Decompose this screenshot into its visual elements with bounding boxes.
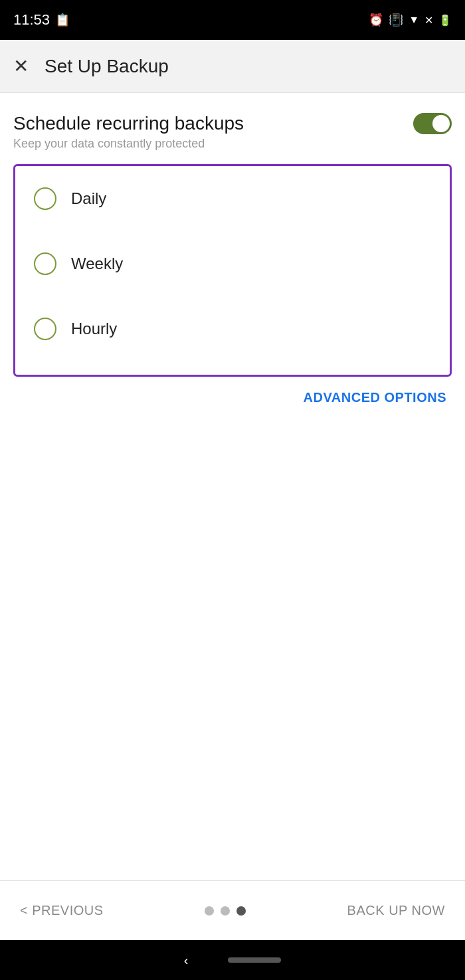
back-button[interactable]: ‹ xyxy=(184,953,189,968)
status-time-area: 11:53 📋 xyxy=(13,11,70,29)
advanced-options-row: ADVANCED OPTIONS xyxy=(13,390,452,405)
radio-circle-weekly xyxy=(34,252,56,275)
previous-button[interactable]: < PREVIOUS xyxy=(20,903,104,918)
radio-label-hourly: Hourly xyxy=(71,320,117,338)
schedule-header: Schedule recurring backups xyxy=(13,113,452,134)
status-time: 11:53 xyxy=(13,11,50,29)
signal-icon: ✕ xyxy=(424,14,433,27)
nav-dot-1 xyxy=(205,906,214,916)
radio-option-daily[interactable]: Daily xyxy=(15,173,450,225)
wifi-icon: ▼ xyxy=(409,14,419,26)
schedule-subtitle: Keep your data constantly protected xyxy=(13,137,452,151)
app-bar: ✕ Set Up Backup xyxy=(0,40,465,93)
close-button[interactable]: ✕ xyxy=(13,57,29,76)
radio-circle-hourly xyxy=(34,318,56,340)
system-bar: ‹ xyxy=(0,940,465,980)
nav-dots xyxy=(205,906,246,916)
toggle-knob xyxy=(432,115,450,132)
advanced-options-button[interactable]: ADVANCED OPTIONS xyxy=(304,390,446,405)
status-icons-area: ⏰ 📳 ▼ ✕ 🔋 xyxy=(369,13,452,27)
battery-icon: 🔋 xyxy=(438,14,452,27)
vibrate-icon: 📳 xyxy=(389,13,403,27)
content-spacer xyxy=(13,419,452,867)
main-content: Schedule recurring backups Keep your dat… xyxy=(0,93,465,880)
spacer-3 xyxy=(15,355,450,368)
spacer-1 xyxy=(15,225,450,238)
schedule-title: Schedule recurring backups xyxy=(13,113,244,134)
page-title: Set Up Backup xyxy=(45,56,169,77)
radio-label-weekly: Weekly xyxy=(71,254,123,273)
nav-dot-2 xyxy=(221,906,230,916)
radio-circle-daily xyxy=(34,187,56,210)
radio-label-daily: Daily xyxy=(71,189,106,208)
spacer-2 xyxy=(15,290,450,303)
bottom-nav: < PREVIOUS BACK UP NOW xyxy=(0,880,465,940)
nav-dot-3 xyxy=(236,906,246,916)
schedule-toggle[interactable] xyxy=(413,113,452,134)
backup-now-button[interactable]: BACK UP NOW xyxy=(347,903,445,918)
home-pill[interactable] xyxy=(228,957,281,963)
status-bar: 11:53 📋 ⏰ 📳 ▼ ✕ 🔋 xyxy=(0,0,465,40)
status-notification-icon: 📋 xyxy=(55,13,70,27)
alarm-icon: ⏰ xyxy=(369,13,383,27)
frequency-radio-card: Daily Weekly Hourly xyxy=(13,164,452,377)
radio-option-hourly[interactable]: Hourly xyxy=(15,303,450,355)
radio-option-weekly[interactable]: Weekly xyxy=(15,238,450,290)
